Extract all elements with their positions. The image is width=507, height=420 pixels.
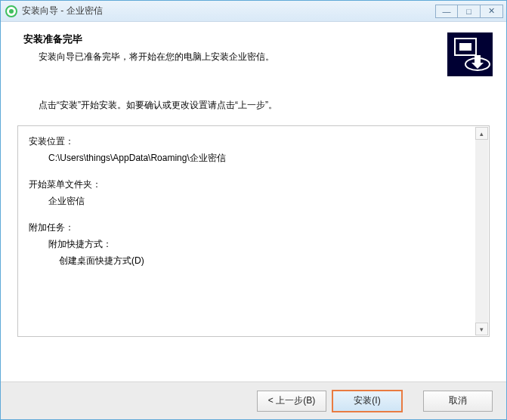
window-controls: — □ ✕	[435, 5, 503, 18]
instruction-text: 点击“安装”开始安装。如要确认或更改设置请点击“上一步”。	[1, 87, 506, 119]
close-button[interactable]: ✕	[481, 5, 503, 18]
scroll-track[interactable]	[475, 140, 488, 323]
page-title: 安装准备完毕	[23, 32, 447, 46]
maximize-button[interactable]: □	[458, 5, 481, 18]
button-bar: < 上一步(B) 安装(I) 取消	[1, 381, 506, 419]
summary-panel: 安装位置： C:\Users\things\AppData\Roaming\企业…	[17, 125, 490, 337]
svg-rect-4	[459, 43, 471, 51]
svg-point-1	[9, 9, 14, 14]
summary-content: 安装位置： C:\Users\things\AppData\Roaming\企业…	[18, 126, 489, 336]
start-menu-label: 开始菜单文件夹：	[29, 177, 474, 193]
installer-window: 安装向导 - 企业密信 — □ ✕ 安装准备完毕 安装向导已准备完毕，将开始在您…	[0, 0, 507, 420]
installer-icon	[447, 32, 493, 76]
scroll-up-button[interactable]: ▴	[475, 127, 488, 140]
scroll-down-button[interactable]: ▾	[475, 323, 488, 335]
install-location-label: 安装位置：	[29, 134, 474, 150]
vertical-scrollbar[interactable]: ▴ ▾	[475, 127, 488, 335]
back-button[interactable]: < 上一步(B)	[257, 391, 326, 412]
app-icon	[5, 5, 17, 17]
window-title: 安装向导 - 企业密信	[22, 5, 435, 17]
header-text-block: 安装准备完毕 安装向导已准备完毕，将开始在您的电脑上安装企业密信。	[23, 32, 447, 63]
minimize-button[interactable]: —	[435, 5, 458, 18]
start-menu-block: 开始菜单文件夹： 企业密信	[29, 177, 474, 209]
create-desktop-shortcut: 创建桌面快捷方式(D)	[29, 253, 474, 270]
additional-tasks-label: 附加任务：	[29, 220, 474, 236]
start-menu-value: 企业密信	[29, 193, 474, 210]
content-area: 安装准备完毕 安装向导已准备完毕，将开始在您的电脑上安装企业密信。 点击“安装”…	[1, 22, 506, 381]
page-subtitle: 安装向导已准备完毕，将开始在您的电脑上安装企业密信。	[23, 51, 447, 63]
install-location-value: C:\Users\things\AppData\Roaming\企业密信	[29, 150, 474, 167]
additional-shortcut-label: 附加快捷方式：	[29, 236, 474, 253]
title-bar[interactable]: 安装向导 - 企业密信 — □ ✕	[1, 1, 506, 22]
cancel-button[interactable]: 取消	[423, 391, 493, 412]
install-location-block: 安装位置： C:\Users\things\AppData\Roaming\企业…	[29, 134, 474, 166]
additional-tasks-block: 附加任务： 附加快捷方式： 创建桌面快捷方式(D)	[29, 220, 474, 269]
install-button[interactable]: 安装(I)	[332, 391, 402, 412]
wizard-header: 安装准备完毕 安装向导已准备完毕，将开始在您的电脑上安装企业密信。	[1, 22, 506, 87]
